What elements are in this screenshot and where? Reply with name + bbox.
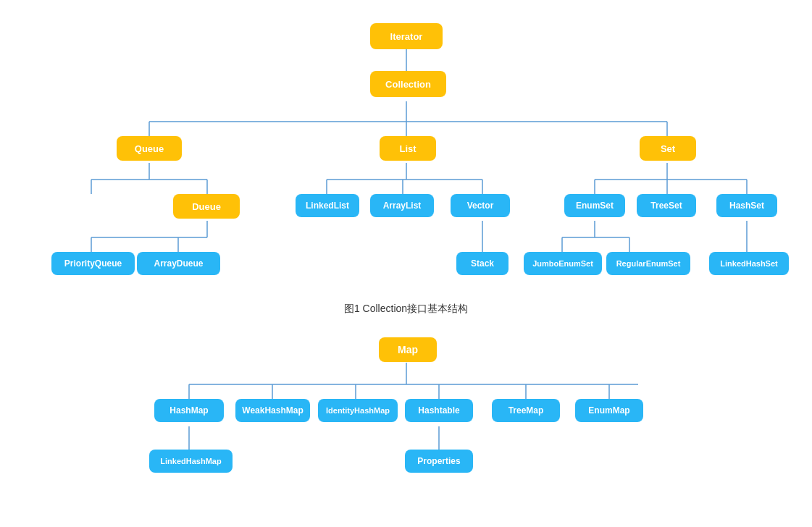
- enumset-node: EnumSet: [564, 194, 625, 217]
- queue-node: Queue: [117, 136, 182, 161]
- linkedhashmap-node: LinkedHashMap: [149, 450, 233, 473]
- dueue-node: Dueue: [173, 194, 240, 219]
- collection-svg: Iterator Collection Queue Dueue Priority…: [15, 14, 798, 297]
- stack-node: Stack: [456, 252, 508, 275]
- map-diagram: Map HashMap WeakHashMap IdentityHashMap …: [7, 330, 805, 527]
- hashtable-node: Hashtable: [405, 399, 473, 422]
- collection-node: Collection: [370, 71, 446, 97]
- arraydueue-node: ArrayDueue: [137, 252, 220, 275]
- main-container: Iterator Collection Queue Dueue Priority…: [0, 0, 812, 527]
- vector-node: Vector: [451, 194, 510, 217]
- weakhashmap-node: WeakHashMap: [235, 399, 310, 422]
- list-node: List: [380, 136, 436, 161]
- map-node: Map: [379, 337, 437, 362]
- hashset-node: HashSet: [716, 194, 777, 217]
- map-svg: Map HashMap WeakHashMap IdentityHashMap …: [44, 330, 769, 527]
- set-node: Set: [640, 136, 696, 161]
- arraylist-node: ArrayList: [370, 194, 434, 217]
- collection-caption: 图1 Collection接口基本结构: [344, 303, 468, 316]
- jumboenumset-node: JumboEnumSet: [524, 252, 602, 275]
- collection-diagram: Iterator Collection Queue Dueue Priority…: [7, 14, 805, 330]
- identityhashmap-node: IdentityHashMap: [318, 399, 398, 422]
- hashmap-node: HashMap: [154, 399, 224, 422]
- linkedhashset-node: LinkedHashSet: [709, 252, 789, 275]
- priorityqueue-node: PriorityQueue: [51, 252, 135, 275]
- properties-node: Properties: [405, 450, 473, 473]
- enummap-node: EnumMap: [575, 399, 643, 422]
- treeset-node: TreeSet: [637, 194, 696, 217]
- linkedlist-node: LinkedList: [296, 194, 359, 217]
- treemap-node: TreeMap: [492, 399, 560, 422]
- regularenumset-node: RegularEnumSet: [606, 252, 690, 275]
- iterator-node: Iterator: [370, 23, 443, 49]
